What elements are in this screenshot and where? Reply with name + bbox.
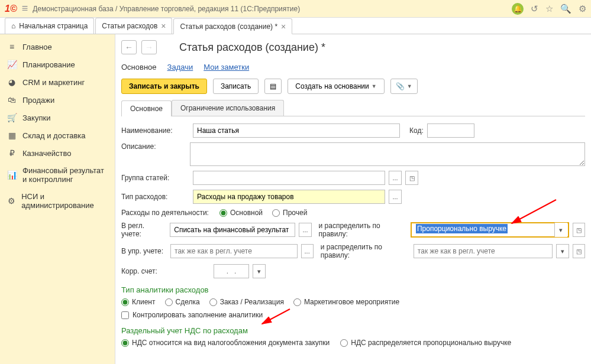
subnav-main[interactable]: Основное bbox=[121, 63, 157, 72]
bag-icon: 🛍 bbox=[7, 95, 17, 105]
reg-input[interactable] bbox=[170, 223, 295, 237]
activity-other-radio[interactable]: Прочей bbox=[272, 209, 307, 217]
popup-icon: ◳ bbox=[576, 248, 582, 255]
tab-home[interactable]: ⌂Начальная страница bbox=[5, 18, 94, 34]
analytics-order-radio[interactable]: Заказ / Реализация bbox=[209, 298, 284, 306]
analytics-marketing-radio[interactable]: Маркетинговое мероприятие bbox=[293, 298, 399, 306]
settings-icon[interactable]: ⚙ bbox=[579, 4, 586, 14]
list-button[interactable]: ▤ bbox=[264, 79, 282, 94]
mgr-input[interactable] bbox=[170, 244, 297, 258]
forward-button[interactable]: → bbox=[141, 40, 157, 54]
tab-article-create[interactable]: Статья расходов (создание) *× bbox=[173, 18, 292, 34]
activity-label: Расходы по деятельности: bbox=[121, 209, 216, 217]
menu-icon: ≡ bbox=[7, 42, 17, 51]
app-title: Демонстрационная база / Управление торго… bbox=[33, 5, 300, 13]
pie-icon: ◕ bbox=[7, 77, 17, 87]
type-input[interactable] bbox=[193, 190, 385, 204]
distr-label: и распределить по правилу: bbox=[319, 222, 407, 238]
activity-main-radio[interactable]: Основной bbox=[219, 209, 263, 217]
analytics-client-radio[interactable]: Клиент bbox=[121, 298, 156, 306]
sidebar-item-sales[interactable]: 🛍Продажи bbox=[0, 91, 115, 109]
home-icon: ⌂ bbox=[11, 22, 15, 30]
bars-icon: 📊 bbox=[7, 170, 17, 180]
select-button[interactable]: ... bbox=[389, 171, 402, 185]
sidebar-item-main[interactable]: ≡Главное bbox=[0, 38, 115, 56]
chevron-down-icon: ▼ bbox=[372, 83, 377, 89]
sidebar-item-treasury[interactable]: ₽Казначейство bbox=[0, 144, 115, 162]
popup-icon: ◳ bbox=[409, 175, 415, 181]
ruble-icon: ₽ bbox=[7, 148, 17, 158]
analytics-deal-radio[interactable]: Сделка bbox=[165, 298, 200, 306]
dropdown-button[interactable]: ▾ bbox=[556, 244, 569, 258]
select-button[interactable]: ... bbox=[301, 244, 314, 258]
vat-opt1-radio[interactable]: НДС относится на вид налогообложения док… bbox=[121, 339, 330, 347]
create-on-basis-button[interactable]: Создать на основании▼ bbox=[288, 79, 384, 94]
desc-input[interactable] bbox=[190, 142, 585, 166]
back-button[interactable]: ← bbox=[121, 40, 137, 54]
bell-icon[interactable]: 🔔 bbox=[512, 3, 524, 15]
distr2-input[interactable] bbox=[414, 244, 553, 258]
sidebar-item-warehouse[interactable]: ▦Склад и доставка bbox=[0, 126, 115, 144]
group-label: Группа статей: bbox=[121, 174, 189, 182]
attachments-button[interactable]: 📎▼ bbox=[390, 79, 418, 94]
cart-icon: 🛒 bbox=[7, 113, 17, 122]
topbar: 1© ≡ Демонстрационная база / Управление … bbox=[0, 0, 591, 18]
popup-button[interactable]: ◳ bbox=[405, 171, 418, 185]
dropdown-button[interactable]: ▾ bbox=[554, 223, 567, 237]
subtab-main[interactable]: Основное bbox=[121, 100, 172, 116]
page-subnav: Основное Задачи Мои заметки bbox=[121, 63, 585, 72]
popup-button[interactable]: ◳ bbox=[573, 223, 585, 237]
star-icon[interactable]: ☆ bbox=[545, 4, 553, 14]
code-input[interactable] bbox=[427, 124, 474, 138]
history-icon[interactable]: ↺ bbox=[531, 4, 538, 14]
dropdown-button[interactable]: ▾ bbox=[253, 264, 266, 278]
distr2-label: и распределить по правилу: bbox=[321, 243, 410, 259]
subtab-restrict[interactable]: Ограничение использования bbox=[172, 100, 284, 116]
korr-label: Корр. счет: bbox=[121, 267, 210, 275]
close-icon[interactable]: × bbox=[161, 21, 166, 31]
logo-1c: 1© bbox=[5, 4, 17, 14]
name-input[interactable] bbox=[193, 124, 400, 138]
mgr-label: В упр. учете: bbox=[121, 247, 167, 255]
sidebar-item-admin[interactable]: ⚙НСИ и администрирование bbox=[0, 188, 115, 214]
subnav-tasks[interactable]: Задачи bbox=[167, 63, 193, 72]
gear-icon: ⚙ bbox=[7, 196, 15, 206]
toolbar: Записать и закрыть Записать ▤ Создать на… bbox=[121, 79, 585, 94]
sidebar-item-planning[interactable]: 📈Планирование bbox=[0, 56, 115, 73]
code-label: Код: bbox=[409, 126, 424, 135]
distr-rule-field[interactable]: Пропорционально выручке ▾ bbox=[411, 222, 569, 238]
korr-input[interactable] bbox=[214, 264, 249, 278]
chart-icon: 📈 bbox=[7, 60, 17, 69]
popup-icon: ◳ bbox=[576, 227, 582, 233]
close-icon[interactable]: × bbox=[281, 22, 286, 31]
name-label: Наименование: bbox=[121, 126, 189, 135]
vat-opt2-radio[interactable]: НДС распределяется пропорционально выруч… bbox=[340, 339, 511, 347]
subnav-notes[interactable]: Мои заметки bbox=[204, 63, 249, 72]
type-label: Тип расходов: bbox=[121, 193, 189, 201]
distr-rule-value: Пропорционально выручке bbox=[416, 224, 508, 233]
sidebar-item-purchases[interactable]: 🛒Закупки bbox=[0, 109, 115, 126]
popup-button[interactable]: ◳ bbox=[573, 244, 585, 258]
vat-header: Раздельный учет НДС по расходам bbox=[121, 326, 585, 335]
sidebar-item-crm[interactable]: ◕CRM и маркетинг bbox=[0, 73, 115, 91]
select-button[interactable]: ... bbox=[299, 223, 311, 237]
search-icon[interactable]: 🔍 bbox=[560, 4, 571, 14]
topbar-icons: 🔔 ↺ ☆ 🔍 ⚙ bbox=[512, 3, 586, 15]
page-title: Статья расходов (создание) * bbox=[179, 41, 325, 54]
content-area: ← → Статья расходов (создание) * Основно… bbox=[115, 34, 591, 364]
tabs-row: ⌂Начальная страница Статьи расходов× Ста… bbox=[0, 18, 591, 34]
grid-icon: ▦ bbox=[7, 131, 17, 140]
save-button[interactable]: Записать bbox=[213, 79, 259, 94]
menu-icon[interactable]: ≡ bbox=[22, 2, 28, 15]
group-input[interactable] bbox=[193, 171, 385, 185]
tab-articles[interactable]: Статьи расходов× bbox=[95, 18, 172, 34]
reg-label: В регл. учете: bbox=[121, 222, 166, 238]
save-close-button[interactable]: Записать и закрыть bbox=[121, 79, 207, 94]
form-tabs: Основное Ограничение использования bbox=[121, 100, 585, 116]
chevron-down-icon: ▼ bbox=[407, 83, 412, 89]
desc-label: Описание: bbox=[121, 142, 186, 151]
sidebar: ≡Главное 📈Планирование ◕CRM и маркетинг … bbox=[0, 34, 115, 364]
sidebar-item-finance[interactable]: 📊Финансовый результат и контроллинг bbox=[0, 162, 115, 188]
control-analytics-checkbox[interactable]: Контролировать заполнение аналитики bbox=[121, 311, 263, 319]
select-button[interactable]: ... bbox=[389, 190, 402, 204]
